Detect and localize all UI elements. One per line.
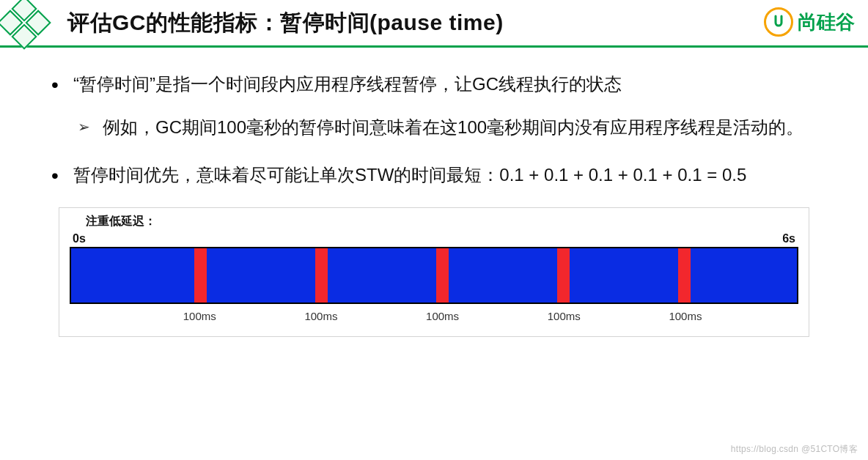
gc-tick-label: 100ms — [548, 310, 581, 322]
gc-tick-label: 100ms — [304, 310, 337, 322]
tick-labels: 100ms100ms100ms100ms100ms — [70, 310, 798, 327]
gc-tick-label: 100ms — [669, 310, 702, 322]
slide-body: “暂停时间”是指一个时间段内应用程序线程暂停，让GC线程执行的状态 例如，GC期… — [0, 48, 868, 337]
app-segment — [328, 248, 437, 303]
watermark-text: https://blog.csdn @51CTO博客 — [731, 443, 858, 456]
app-segment — [207, 248, 316, 303]
chart-caption: 注重低延迟： — [86, 214, 798, 229]
header-bar: 评估GC的性能指标：暂停时间(pause time) 尚硅谷 — [0, 0, 868, 48]
brand-text: 尚硅谷 — [798, 10, 855, 35]
app-segment — [449, 248, 558, 303]
bullet-1-text: “暂停时间”是指一个时间段内应用程序线程暂停，让GC线程执行的状态 — [73, 74, 622, 94]
bullet-2-text: 暂停时间优先，意味着尽可能让单次STW的时间最短：0.1 + 0.1 + 0.1… — [73, 165, 746, 185]
bullet-1: “暂停时间”是指一个时间段内应用程序线程暂停，让GC线程执行的状态 例如，GC期… — [51, 70, 817, 143]
chart-area: 注重低延迟： 0s 6s 100ms100ms100ms100ms100ms — [59, 207, 809, 337]
gc-tick-label: 100ms — [426, 310, 459, 322]
brand-icon — [764, 7, 793, 37]
page-title: 评估GC的性能指标：暂停时间(pause time) — [67, 8, 504, 38]
slide: 评估GC的性能指标：暂停时间(pause time) 尚硅谷 “暂停时间”是指一… — [0, 0, 868, 460]
logo-icon — [0, 0, 52, 51]
gc-segment — [557, 248, 570, 303]
brand-logo: 尚硅谷 — [764, 7, 855, 37]
gc-segment — [678, 248, 691, 303]
bullet-2: 暂停时间优先，意味着尽可能让单次STW的时间最短：0.1 + 0.1 + 0.1… — [51, 160, 817, 190]
axis-labels: 0s 6s — [73, 232, 795, 245]
app-segment — [570, 248, 679, 303]
gc-segment — [194, 248, 207, 303]
bullet-1-sub: 例如，GC期间100毫秒的暂停时间意味着在这100毫秒期间内没有应用程序线程是活… — [73, 113, 817, 143]
gc-segment — [315, 248, 328, 303]
app-segment — [691, 248, 797, 303]
timeline-chart — [70, 247, 798, 304]
axis-end-label: 6s — [782, 232, 795, 245]
gc-segment — [436, 248, 449, 303]
axis-start-label: 0s — [73, 232, 86, 245]
gc-tick-label: 100ms — [183, 310, 216, 322]
app-segment — [71, 248, 194, 303]
bullet-list: “暂停时间”是指一个时间段内应用程序线程暂停，让GC线程执行的状态 例如，GC期… — [51, 70, 817, 190]
